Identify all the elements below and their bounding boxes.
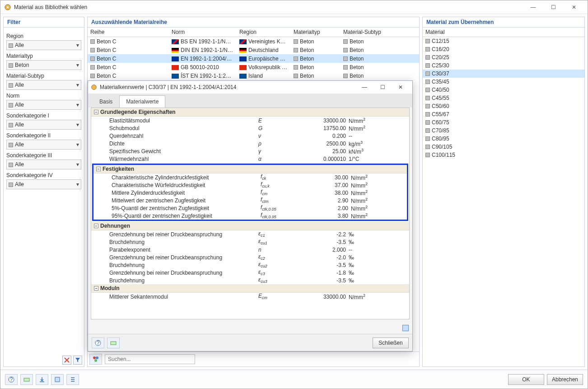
material-item[interactable]: C60/75: [423, 118, 584, 127]
property-row[interactable]: Mittlere Zylinderdruckfestigkeitfcm38.00…: [93, 189, 407, 197]
filter-special2-select[interactable]: Alle▾: [6, 140, 81, 150]
property-row[interactable]: Querdehnzahlν0.200--: [91, 132, 409, 140]
section-basic[interactable]: −Grundlegende Eigenschaften: [91, 108, 409, 117]
cancel-button[interactable]: Abbrechen: [547, 374, 583, 385]
col-norm[interactable]: Norm: [169, 28, 237, 37]
material-item[interactable]: C90/105: [423, 143, 584, 151]
collapse-icon[interactable]: −: [94, 286, 98, 291]
property-row[interactable]: Bruchdehnungεcu3-3.5‰: [91, 277, 409, 284]
collapse-icon[interactable]: −: [94, 224, 98, 228]
svg-point-7: [96, 356, 98, 359]
filter-special3-select[interactable]: Alle▾: [6, 159, 81, 169]
chevron-down-icon: ▾: [76, 62, 79, 68]
ok-button[interactable]: OK: [508, 374, 544, 385]
material-item[interactable]: C50/60: [423, 102, 584, 110]
col-region[interactable]: Region: [237, 28, 291, 37]
filter-special1-select[interactable]: Alle▾: [6, 120, 81, 130]
color-legend-button[interactable]: [89, 354, 102, 365]
svg-text:?: ?: [10, 376, 13, 383]
series-search-bar: [88, 352, 419, 366]
import-button[interactable]: [36, 374, 48, 385]
svg-point-8: [94, 359, 97, 362]
property-row[interactable]: Bruchdehnungεcu1-3.5‰: [91, 238, 409, 246]
material-item[interactable]: C20/25: [423, 53, 584, 61]
chevron-down-icon: ▾: [76, 82, 79, 88]
subdialog-status: [88, 322, 412, 334]
filter-type-select[interactable]: Beton▾: [6, 60, 81, 70]
main-window: Material aus Bibliothek wählen — ☐ ✕ Fil…: [0, 0, 588, 389]
tab-basis[interactable]: Basis: [93, 95, 119, 108]
series-row[interactable]: Beton CGB 50010-2010Volksrepublik C...Be…: [88, 63, 419, 71]
property-row[interactable]: Grenzdehnung bei reiner Druckbeanspruchu…: [91, 269, 409, 277]
filter-subtype-select[interactable]: Alle▾: [6, 80, 81, 90]
close-button[interactable]: ✕: [564, 1, 584, 14]
sub-close-action-button[interactable]: Schließen: [373, 337, 409, 348]
property-row[interactable]: Mittlerer SekantenmodulEcm33000.00N/mm2: [91, 293, 409, 300]
section-strength[interactable]: −Festigkeiten: [93, 165, 407, 173]
app-icon: [4, 4, 11, 11]
maximize-button[interactable]: ☐: [543, 1, 564, 14]
series-row[interactable]: Beton CBS EN 1992-1-1/NA:20...Vereinigte…: [88, 37, 419, 46]
property-row[interactable]: Charakteristische Zylinderdruckfestigkei…: [93, 173, 407, 181]
list-button[interactable]: [66, 374, 79, 385]
minimize-button[interactable]: —: [523, 1, 543, 14]
series-row[interactable]: Beton CÍST EN 1992-1-1:2004/...IslandBet…: [88, 71, 419, 80]
property-row[interactable]: ElastizitätsmodulE33000.00N/mm2: [91, 117, 409, 124]
material-col-header[interactable]: Material: [423, 28, 584, 37]
collapse-icon[interactable]: −: [94, 110, 98, 114]
filter-subtype-label: Material-Subtyp: [6, 73, 81, 79]
property-row[interactable]: Wärmedehnzahlα0.0000101/°C: [91, 155, 409, 163]
material-item[interactable]: C16/20: [423, 45, 584, 53]
units-button[interactable]: [20, 374, 33, 385]
sub-help-button[interactable]: ?: [92, 337, 104, 348]
col-subtyp[interactable]: Material-Subtyp: [341, 28, 419, 37]
section-moduli[interactable]: −Moduln: [91, 284, 409, 293]
property-row[interactable]: Charakteristische Würfeldruckfestigkeitf…: [93, 181, 407, 189]
tab-materialwerte[interactable]: Materialwerte: [119, 95, 165, 108]
filter-region-select[interactable]: Alle▾: [6, 40, 81, 50]
col-reihe[interactable]: Reihe: [88, 28, 169, 37]
material-item[interactable]: C55/67: [423, 110, 584, 118]
property-row[interactable]: Bruchdehnungεcu2-3.5‰: [91, 261, 409, 269]
filter-special4-select[interactable]: Alle▾: [6, 179, 81, 189]
property-row[interactable]: Grenzdehnung bei reiner Druckbeanspruchu…: [91, 253, 409, 261]
flag-icon: [239, 48, 247, 53]
series-row[interactable]: Beton CDIN EN 1992-1-1/NA/A...Deutschlan…: [88, 46, 419, 54]
property-row[interactable]: SchubmodulG13750.00N/mm2: [91, 124, 409, 132]
section-strain[interactable]: −Dehnungen: [91, 222, 409, 230]
material-item[interactable]: C12/15: [423, 37, 584, 45]
material-item[interactable]: C45/55: [423, 94, 584, 102]
property-row[interactable]: 95%-Quantil der zentrischen Zugfestigkei…: [93, 212, 407, 220]
series-row[interactable]: Beton CEN 1992-1-1:2004/A1:2...Europäisc…: [88, 54, 419, 63]
save-library-button[interactable]: [51, 374, 64, 385]
clear-filter-button[interactable]: [62, 356, 71, 365]
material-item[interactable]: C35/45: [423, 78, 584, 86]
material-item[interactable]: C80/95: [423, 135, 584, 143]
property-row[interactable]: Grenzdehnung bei reiner Druckbeanspruchu…: [91, 230, 409, 238]
property-row[interactable]: Parabelexponentn2.000--: [91, 246, 409, 253]
material-item[interactable]: C70/85: [423, 127, 584, 135]
series-search-input[interactable]: [105, 354, 195, 364]
collapse-icon[interactable]: −: [96, 167, 101, 171]
help-button[interactable]: ?: [5, 374, 18, 385]
sub-close-button[interactable]: ✕: [392, 81, 410, 93]
property-row[interactable]: 5%-Quantil der zentrischen Zugfestigkeit…: [93, 204, 407, 212]
filter-norm-select[interactable]: Alle▾: [6, 100, 81, 110]
sub-maximize-button[interactable]: ☐: [373, 81, 392, 93]
material-item[interactable]: C100/115: [423, 151, 584, 159]
property-row[interactable]: Spezifisches Gewichtγ25.00kN/m3: [91, 147, 409, 155]
chevron-down-icon: ▾: [76, 161, 79, 168]
material-item[interactable]: C30/37: [423, 70, 584, 78]
filter-icon-button[interactable]: [73, 356, 82, 365]
chevron-down-icon: ▾: [76, 42, 79, 48]
material-item[interactable]: C40/50: [423, 86, 584, 94]
sub-units-button[interactable]: [107, 337, 120, 348]
sub-minimize-button[interactable]: —: [355, 81, 373, 93]
property-row[interactable]: Dichteρ2500.00kg/m3: [91, 140, 409, 147]
col-typ[interactable]: Materialtyp: [291, 28, 341, 37]
series-panel: Auszuwählende Materialreihe Reihe Norm R…: [87, 17, 420, 367]
export-icon[interactable]: [402, 325, 409, 331]
material-item[interactable]: C25/30: [423, 61, 584, 70]
property-row[interactable]: Mittelwert der zentrischen Zugfestigkeit…: [93, 197, 407, 204]
main-area: Filter Region Alle▾ Materialtyp Beton▾ M…: [0, 14, 588, 370]
